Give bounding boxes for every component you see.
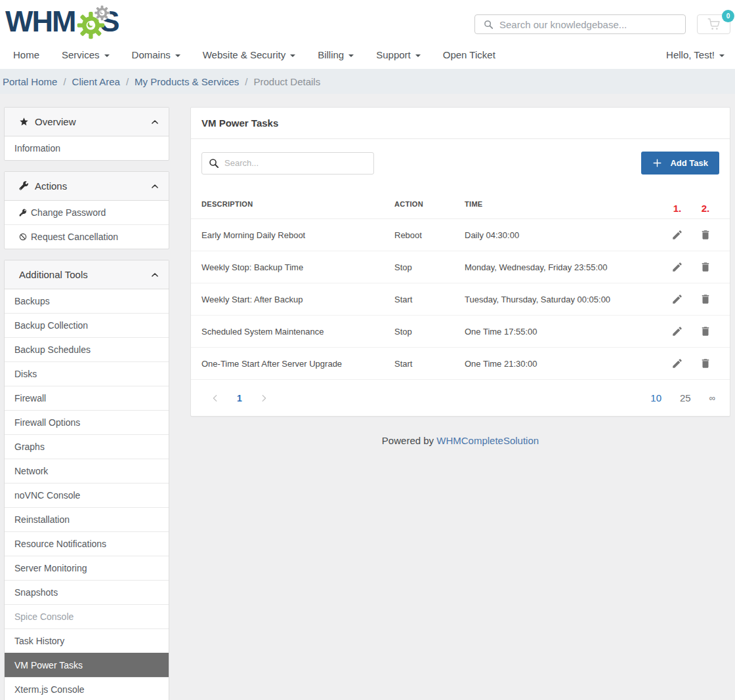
nav-item[interactable]: Support xyxy=(365,41,432,69)
panel-heading-actions[interactable]: Actions xyxy=(5,172,169,201)
caret-down-icon xyxy=(175,54,180,57)
column-header-description: DESCRIPTION xyxy=(201,200,394,208)
breadcrumb-link[interactable]: Client Area xyxy=(72,76,120,87)
column-header-action: ACTION xyxy=(394,200,465,208)
table-row: Scheduled System Maintenance Stop One Ti… xyxy=(191,316,730,348)
sidebar-item-active[interactable]: VM Power Tasks xyxy=(5,653,169,677)
sidebar-item-label: Firewall xyxy=(14,392,46,405)
sidebar-item[interactable]: Resource Notifications xyxy=(5,531,169,556)
delete-task-button[interactable] xyxy=(692,358,719,369)
sidebar-item[interactable]: noVNC Console xyxy=(5,483,169,507)
sidebar-item[interactable]: Graphs xyxy=(5,434,169,459)
prev-page-button[interactable] xyxy=(201,394,229,403)
sidebar-item-label: Spice Console xyxy=(14,610,74,623)
sidebar-item[interactable]: Server Monitoring xyxy=(5,556,169,580)
vm-power-tasks-card: VM Power Tasks Add Task DESCRIPTION ACTI… xyxy=(190,107,730,417)
sidebar-item-label: noVNC Console xyxy=(14,489,80,502)
edit-task-button[interactable] xyxy=(663,325,692,337)
sidebar-item[interactable]: Information xyxy=(5,136,169,160)
sidebar-item-label: Xterm.js Console xyxy=(14,683,85,696)
cart-count-badge: 0 xyxy=(722,10,734,22)
panel-items: Change Password Request Cancellation xyxy=(5,201,169,249)
sidebar-item[interactable]: Spice Console xyxy=(5,604,169,628)
task-search-input[interactable] xyxy=(224,158,373,168)
sidebar-panel-additional-tools: Additional Tools Backups Backup Collecti… xyxy=(4,260,169,700)
sidebar-item[interactable]: Firewall xyxy=(5,386,169,410)
sidebar-item-label: Resource Notifications xyxy=(14,537,106,550)
edit-task-button[interactable] xyxy=(663,229,692,241)
panel-heading-additional-tools[interactable]: Additional Tools xyxy=(5,260,169,289)
account-menu[interactable]: Hello, Test! xyxy=(666,49,724,60)
sidebar-item[interactable]: Backup Collection xyxy=(5,313,169,337)
delete-task-button[interactable] xyxy=(692,293,719,305)
sidebar-item-label: Backup Collection xyxy=(14,319,88,332)
breadcrumb-link[interactable]: My Products & Services xyxy=(135,76,239,87)
nav-item[interactable]: Services xyxy=(51,41,121,69)
nav-item[interactable]: Home xyxy=(2,41,51,69)
table-row: Weekly Stop: Backup Time Stop Monday, We… xyxy=(191,251,730,283)
sidebar-item[interactable]: Reinstallation xyxy=(5,507,169,531)
sidebar-item[interactable]: Xterm.js Console xyxy=(5,677,169,700)
breadcrumb-separator: / xyxy=(245,76,247,87)
sidebar-item[interactable]: Disks xyxy=(5,361,169,386)
sidebar-item[interactable]: Snapshots xyxy=(5,580,169,604)
knowledgebase-search xyxy=(474,14,686,34)
sidebar-item[interactable]: Firewall Options xyxy=(5,410,169,434)
sidebar-item-label: Task History xyxy=(14,634,64,648)
edit-task-button[interactable] xyxy=(663,261,692,273)
nav-item-label: Website & Security xyxy=(203,49,285,60)
nav-item[interactable]: Open Ticket xyxy=(432,41,507,69)
task-description: Weekly Start: After Backup xyxy=(201,295,394,304)
delete-task-button[interactable] xyxy=(692,325,719,337)
delete-task-button[interactable] xyxy=(692,261,719,273)
breadcrumb-separator: / xyxy=(126,76,129,87)
sidebar-item-label: Server Monitoring xyxy=(14,562,87,575)
task-time: Monday, Wednesday, Friday 23:55:00 xyxy=(465,262,663,272)
task-description: Scheduled System Maintenance xyxy=(201,327,394,337)
edit-task-button[interactable] xyxy=(663,358,692,369)
chevron-up-icon xyxy=(150,117,159,127)
nav-item-label: Home xyxy=(13,49,39,60)
sidebar-item-label: Snapshots xyxy=(14,586,58,599)
sidebar-panel-overview: Overview Information xyxy=(4,107,169,161)
knowledgebase-search-input[interactable] xyxy=(499,19,685,30)
sidebar-item-label: Disks xyxy=(14,367,37,381)
caret-down-icon xyxy=(104,54,110,57)
nav-item-label: Services xyxy=(62,49,100,60)
whmcompletesolution-link[interactable]: WHMCompleteSolution xyxy=(436,435,539,446)
next-page-button[interactable] xyxy=(250,394,278,403)
page-size-option[interactable]: 10 xyxy=(641,392,671,403)
sidebar-item[interactable]: Backups xyxy=(5,289,169,313)
search-icon xyxy=(484,20,494,30)
main-nav: Home Services Domains Website & Security… xyxy=(0,41,735,69)
page-number[interactable]: 1 xyxy=(229,393,250,403)
sidebar-item-label: Backups xyxy=(14,295,50,308)
nav-item[interactable]: Domains xyxy=(121,41,192,69)
sidebar-item[interactable]: Task History xyxy=(5,628,169,653)
trash-icon xyxy=(700,229,711,241)
search-icon xyxy=(209,158,219,169)
delete-task-button[interactable] xyxy=(692,229,719,241)
table-row: One-Time Start After Server Upgrade Star… xyxy=(191,348,730,380)
nav-item[interactable]: Billing xyxy=(306,41,365,69)
nav-item[interactable]: Website & Security xyxy=(192,41,306,69)
panel-heading-overview[interactable]: Overview xyxy=(5,108,169,136)
cart-button[interactable]: 0 xyxy=(697,14,730,34)
ban-icon xyxy=(19,233,27,241)
sidebar-item[interactable]: Backup Schedules xyxy=(5,337,169,361)
whmcs-logo[interactable]: WHM xyxy=(5,5,118,41)
trash-icon xyxy=(700,325,711,337)
pencil-icon xyxy=(671,358,683,369)
sidebar-item[interactable]: Change Password xyxy=(5,201,169,224)
page-size-option[interactable]: ∞ xyxy=(700,393,719,403)
breadcrumb-link[interactable]: Portal Home xyxy=(3,76,57,87)
panel-title: Additional Tools xyxy=(19,269,150,280)
add-task-button[interactable]: Add Task xyxy=(641,152,719,175)
sidebar-item[interactable]: Request Cancellation xyxy=(5,224,169,249)
sidebar-item[interactable]: Network xyxy=(5,459,169,483)
card-toolbar: Add Task xyxy=(191,139,730,189)
pencil-icon xyxy=(671,261,683,273)
page-size-option[interactable]: 25 xyxy=(671,392,700,403)
key-icon xyxy=(19,209,27,216)
edit-task-button[interactable] xyxy=(663,293,692,305)
